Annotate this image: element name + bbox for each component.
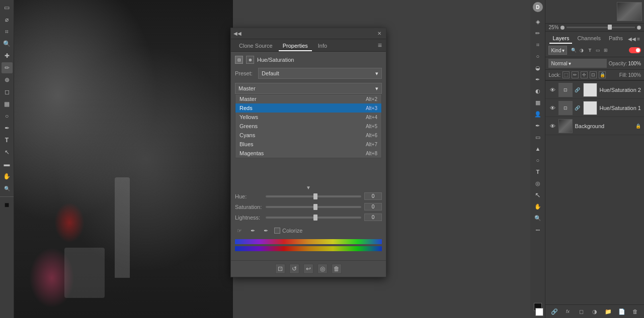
layer-item-background[interactable]: 👁 Background 🔒 (545, 117, 644, 135)
layer-visibility-3[interactable]: 👁 (548, 122, 556, 130)
filter-toggle[interactable] (629, 47, 641, 53)
tool-eyedropper[interactable]: 🔍 (2, 38, 13, 49)
layers-menu[interactable]: ≡ (637, 36, 640, 42)
tool-pen[interactable]: ✒ (2, 123, 13, 134)
tool-dodge[interactable]: ○ (2, 111, 13, 122)
rt-icon-T[interactable]: T (532, 166, 544, 177)
rt-more[interactable]: ••• (532, 224, 544, 235)
footer-icon-4[interactable]: ◎ (317, 264, 328, 274)
background-swatch[interactable] (535, 308, 543, 316)
tab-paths[interactable]: Paths (606, 34, 626, 44)
footer-icon-3[interactable]: ↩ (303, 264, 313, 274)
lightness-value[interactable] (364, 214, 382, 221)
tool-crop[interactable]: ⌗ (2, 26, 13, 37)
filter-adj[interactable]: ◑ (578, 47, 585, 54)
tool-marquee[interactable]: ▭ (2, 2, 13, 13)
tab-properties[interactable]: Properties (279, 41, 312, 51)
tab-layers[interactable]: Layers (549, 34, 572, 44)
lock-position[interactable]: ✢ (581, 71, 588, 78)
rt-icon-5[interactable]: ◒ (532, 62, 544, 73)
rt-icon-circle[interactable]: ○ (532, 155, 544, 166)
saturation-track[interactable] (266, 206, 361, 208)
tool-zoom[interactable]: 🔍 (2, 183, 13, 194)
lock-all[interactable]: 🔒 (599, 71, 606, 78)
channel-reds[interactable]: Reds Alt+3 (235, 103, 381, 113)
lock-transparent[interactable]: ⬚ (562, 71, 570, 78)
tab-channels[interactable]: Channels (574, 34, 603, 44)
hue-value[interactable] (364, 192, 382, 200)
blend-mode-dropdown[interactable]: Normal ▾ (548, 59, 606, 68)
tool-hand[interactable]: ✋ (2, 171, 13, 182)
channel-blues[interactable]: Blues Alt+7 (235, 140, 381, 149)
footer-link-icon[interactable]: 🔗 (550, 307, 559, 316)
zoom-minus[interactable] (560, 26, 565, 30)
rt-icon-rect[interactable]: ▭ (532, 132, 544, 143)
zoom-plus[interactable]: ▲ (637, 26, 641, 30)
collapse-button[interactable]: ◀◀ (234, 30, 241, 37)
tool-healing[interactable]: ✚ (2, 50, 13, 61)
rt-icon-6[interactable]: ✒ (532, 74, 544, 85)
rt-icon-target[interactable]: ◎ (532, 178, 544, 189)
close-button[interactable]: ✕ (376, 30, 383, 37)
rt-icon-pen[interactable]: ✒ (532, 120, 544, 131)
tool-clone[interactable]: ⊕ (2, 74, 13, 85)
filter-pixel[interactable]: 🔍 (570, 47, 577, 54)
rt-icon-7[interactable]: ◐ (532, 85, 544, 96)
channel-greens[interactable]: Greens Alt+5 (235, 122, 381, 131)
rt-icon-2[interactable]: ✏ (532, 28, 544, 39)
filter-shape[interactable]: ▭ (594, 47, 601, 54)
footer-delete-icon[interactable]: 🗑 (631, 307, 640, 316)
colorize-checkbox[interactable] (274, 228, 280, 234)
opacity-value[interactable]: 100% (628, 61, 641, 66)
colorize-checkbox-label[interactable]: Colorize (274, 228, 302, 234)
rt-icon-person[interactable]: 👤 (532, 109, 544, 120)
layers-collapse[interactable]: ◀◀ (628, 36, 636, 42)
footer-icon-delete[interactable]: 🗑 (332, 264, 342, 274)
lock-artboards[interactable]: ⊡ (590, 71, 597, 78)
channel-trigger[interactable]: Master ▾ (235, 83, 382, 94)
preset-dropdown[interactable]: Default ▾ (258, 68, 382, 79)
kind-dropdown[interactable]: Kind ▾ (548, 46, 567, 55)
footer-new-layer-icon[interactable]: 📄 (617, 307, 626, 316)
rt-icon-triangle[interactable]: ▲ (532, 143, 544, 154)
lock-image[interactable]: ✏ (572, 71, 579, 78)
footer-fx-icon[interactable]: fx (564, 307, 573, 316)
saturation-value[interactable] (364, 203, 382, 210)
channel-yellows[interactable]: Yellows Alt+4 (235, 113, 381, 122)
rt-icon-3[interactable]: ⌗ (532, 39, 544, 50)
layer-visibility[interactable]: 👁 (548, 86, 556, 94)
rt-icon-1[interactable]: ◈ (532, 16, 544, 27)
tool-shape[interactable]: ▬ (2, 159, 13, 170)
tab-info[interactable]: Info (314, 41, 331, 51)
eyedropper-add-icon[interactable]: ✒ (248, 226, 257, 235)
panel-menu-icon[interactable]: ≡ (378, 41, 382, 51)
zoom-slider[interactable] (567, 27, 635, 28)
hue-track[interactable] (266, 195, 361, 197)
tool-eraser[interactable]: ◻ (2, 86, 13, 97)
rt-zoom[interactable]: 🔍 (532, 213, 544, 224)
tool-lasso[interactable]: ⌀ (2, 14, 13, 25)
rt-icon-4[interactable]: ○ (532, 51, 544, 62)
tool-path-select[interactable]: ↖ (2, 147, 13, 158)
filter-type[interactable]: T (586, 47, 593, 54)
layer-item[interactable]: 👁 ⊡ 🔗 Hue/Saturation 1 (545, 99, 644, 117)
rt-hand[interactable]: ✋ (532, 201, 544, 212)
tool-brush[interactable]: ✏ (2, 62, 13, 73)
footer-icon-2[interactable]: ↺ (289, 264, 299, 274)
tab-clone-source[interactable]: Clone Source (235, 41, 277, 51)
layer-visibility[interactable]: 👁 (548, 104, 556, 112)
rt-cursor[interactable]: ↖ (532, 189, 544, 200)
finger-tool-icon[interactable]: ☞ (235, 226, 244, 235)
footer-adj-icon[interactable]: ◑ (590, 307, 599, 316)
rt-icon-8[interactable]: ▦ (532, 97, 544, 108)
channel-cyans[interactable]: Cyans Alt+6 (235, 131, 381, 140)
foreground-color-icon[interactable]: ■ (2, 199, 13, 210)
tool-type[interactable]: T (2, 135, 13, 146)
channel-magentas[interactable]: Magentas Alt+8 (235, 149, 381, 158)
fill-value[interactable]: 100% (628, 72, 641, 78)
footer-folder-icon[interactable]: 📁 (604, 307, 613, 316)
lightness-track[interactable] (266, 217, 361, 219)
channel-master[interactable]: Master Alt+2 (235, 94, 381, 103)
filter-smart[interactable]: ⊞ (602, 47, 609, 54)
tool-gradient[interactable]: ▦ (2, 98, 13, 110)
